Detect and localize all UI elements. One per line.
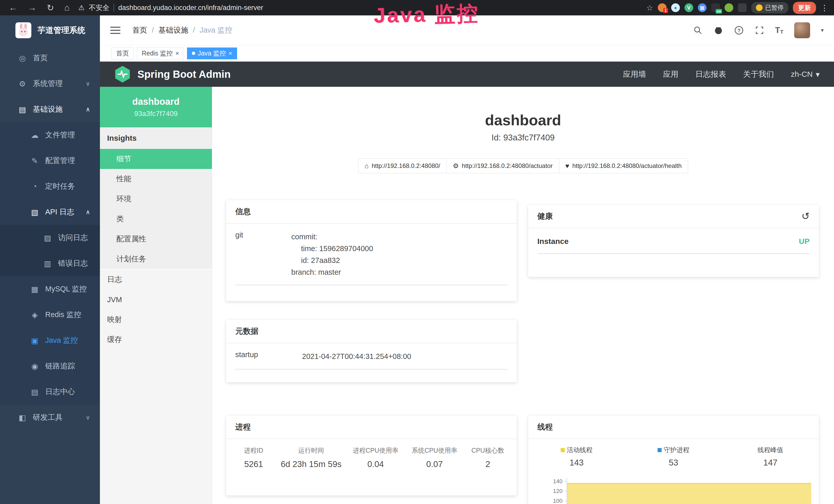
threads-chart: 140 120 100 [567, 478, 811, 504]
chrome-update-button[interactable]: 更新 [793, 2, 816, 14]
svg-text:?: ? [738, 27, 741, 33]
wrench-icon: ⚙ [453, 162, 459, 170]
sidebar-item-error-logs[interactable]: ▥ 错误日志 [0, 251, 100, 276]
extension-icon[interactable]: ▦ [698, 3, 707, 12]
bookmark-star-icon[interactable]: ☆ [646, 3, 653, 12]
sidebar-item-mysql-monitor[interactable]: ▦ MySQL 监控 [0, 276, 100, 302]
legend-peak-value: 147 [722, 458, 819, 467]
instance-nav-details[interactable]: 细节 [100, 149, 212, 169]
avatar-caret-icon[interactable]: ▾ [821, 27, 824, 33]
chevron-down-icon: ∨ [86, 414, 90, 421]
legend-live-value: 143 [528, 458, 625, 467]
close-icon[interactable]: × [228, 50, 232, 57]
tab-home[interactable]: 首页 [111, 47, 134, 59]
sidebar-item-label: 访问日志 [58, 233, 88, 243]
sba-nav-about[interactable]: 关于我们 [743, 69, 774, 79]
info-card: 信息 git commit: time: 1596289704000 id: 2… [226, 200, 517, 301]
close-icon[interactable]: × [175, 50, 179, 57]
instance-nav-config-props[interactable]: 配置属性 [100, 229, 212, 249]
sidebar-item-trace[interactable]: ◉ 链路追踪 [0, 353, 100, 379]
sba-locale-select[interactable]: zh-CN ▾ [791, 70, 820, 79]
vue-devtools-icon[interactable]: V [684, 3, 693, 12]
extension-icon[interactable]: ● [671, 3, 680, 12]
instance-nav-environment[interactable]: 环境 [100, 189, 212, 209]
extension-icon[interactable]: 1 [658, 3, 666, 12]
extension-icon[interactable]: on [711, 3, 720, 12]
service-url-button[interactable]: ⌂ http://192.168.0.2:48080/ [358, 158, 447, 173]
instance-nav-logs[interactable]: 日志 [100, 270, 212, 290]
sidebar-item-redis-monitor[interactable]: ◈ Redis 监控 [0, 302, 100, 328]
instance-nav-jvm[interactable]: JVM [100, 290, 212, 310]
redis-icon: ◈ [30, 311, 40, 319]
sba-nav-applications[interactable]: 应用 [663, 69, 678, 79]
sidebar-item-scheduled-tasks[interactable]: ◔ 定时任务 [0, 174, 100, 199]
annotation-java-monitor: Java 监控 [373, 0, 480, 30]
search-icon[interactable] [693, 25, 703, 35]
health-status-badge: UP [799, 237, 810, 246]
tab-redis-monitor[interactable]: Redis 监控 × [137, 47, 184, 59]
tab-java-monitor[interactable]: Java 监控 × [187, 47, 237, 59]
instance-nav-metrics[interactable]: 性能 [100, 169, 212, 189]
instance-nav-classes[interactable]: 类 [100, 209, 212, 229]
active-dot [192, 52, 195, 55]
tags-view-bar: 首页 Redis 监控 × Java 监控 × [100, 45, 834, 62]
instance-header[interactable]: dashboard 93a3fc7f7409 [100, 87, 212, 127]
sidebar-item-infrastructure[interactable]: ▤ 基础设施 ∧ [0, 96, 100, 122]
puzzle-extension-icon[interactable] [738, 3, 747, 12]
sidebar-item-access-logs[interactable]: ▨ 访问日志 [0, 225, 100, 251]
health-card: 健康 ↺ Instance UP [528, 205, 819, 277]
breadcrumb-item[interactable]: 基础设施 [158, 25, 188, 36]
fullscreen-icon[interactable] [755, 25, 764, 35]
extension-icon[interactable] [725, 3, 733, 12]
app-logo-area[interactable]: 芋道管理系统 [0, 16, 100, 45]
avatar[interactable] [794, 22, 810, 38]
instance-nav-scheduled-tasks[interactable]: 计划任务 [100, 249, 212, 269]
sidebar-item-home[interactable]: ◎ 首页 [0, 45, 100, 71]
devtools-icon: ◧ [18, 413, 27, 422]
sidebar-item-java-monitor[interactable]: ▣ Java 监控 [0, 328, 100, 353]
trace-icon: ◉ [30, 362, 40, 371]
forward-icon[interactable]: → [28, 3, 37, 13]
actuator-url-button[interactable]: ⚙ http://192.168.0.2:48080/actuator [447, 158, 559, 173]
sidebar-item-log-center[interactable]: ▤ 日志中心 [0, 379, 100, 405]
back-icon[interactable]: ← [9, 3, 18, 13]
heartbeat-icon: ♥ [565, 162, 569, 170]
breadcrumb-item[interactable]: 首页 [132, 25, 147, 36]
sidebar-item-label: 首页 [33, 53, 48, 63]
sidebar-item-config-management[interactable]: ✎ 配置管理 [0, 148, 100, 174]
reload-icon[interactable]: ↻ [47, 3, 54, 13]
chrome-menu-icon[interactable]: ⋮ [821, 3, 828, 12]
extension-badge: 1 [663, 8, 668, 13]
font-size-icon[interactable]: TT [775, 25, 784, 35]
sidebar-item-label: 文件管理 [45, 130, 75, 140]
health-url-button[interactable]: ♥ http://192.168.0.2:48080/actuator/heal… [559, 158, 688, 173]
process-card-title: 进程 [226, 415, 517, 439]
history-icon[interactable]: ↺ [802, 210, 810, 222]
sidebar-item-api-logs[interactable]: ▧ API 日志 ∧ [0, 199, 100, 225]
chevron-up-icon: ∧ [86, 106, 90, 113]
instance-nav-mappings[interactable]: 映射 [100, 310, 212, 330]
instance-id: 93a3fc7f7409 [134, 110, 178, 118]
threads-card-title: 线程 [528, 415, 819, 439]
address-bar[interactable]: ⚠ 不安全 dashboard.yudao.iocoder.cn/infra/a… [78, 3, 263, 12]
sidebar-item-system[interactable]: ⚙ 系统管理 ∨ [0, 71, 100, 96]
github-icon[interactable] [714, 25, 723, 35]
sidebar-item-file-management[interactable]: ☁ 文件管理 [0, 122, 100, 148]
paused-extension-pill[interactable]: 已暂停 [751, 2, 788, 13]
sidebar-item-label: 研发工具 [33, 412, 63, 422]
health-instance-row[interactable]: Instance UP [537, 237, 810, 254]
home-icon[interactable]: ⌂ [64, 3, 70, 13]
sba-brand[interactable]: Spring Boot Admin [114, 66, 231, 83]
hamburger-icon[interactable] [110, 27, 120, 34]
sba-nav-wallboard[interactable]: 应用墙 [623, 69, 646, 79]
url-text[interactable]: dashboard.yudao.iocoder.cn/infra/admin-s… [118, 4, 263, 12]
sba-navbar: Spring Boot Admin 应用墙 应用 日志报表 关于我们 zh-CN… [100, 62, 834, 87]
threads-area-series [567, 483, 811, 504]
help-icon[interactable]: ? [734, 25, 744, 35]
metadata-card: 元数据 startup 2021-04-27T00:44:31.254+08:0… [226, 320, 517, 382]
sba-nav-journal[interactable]: 日志报表 [695, 69, 726, 79]
sidebar-item-devtools[interactable]: ◧ 研发工具 ∨ [0, 405, 100, 430]
error-log-icon: ▥ [43, 259, 52, 268]
y-tick-label: 100 [548, 498, 563, 504]
instance-nav-caches[interactable]: 缓存 [100, 330, 212, 350]
